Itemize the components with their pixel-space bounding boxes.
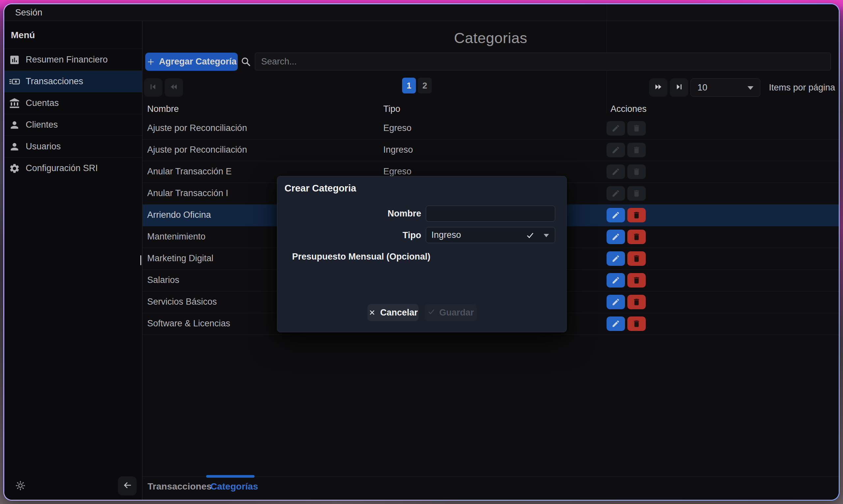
row-nombre: Salarios: [147, 275, 179, 285]
cancel-button[interactable]: Cancelar: [367, 304, 418, 321]
trash-icon: [632, 233, 641, 241]
sidebar-header: Menú: [4, 21, 142, 49]
sidebar-item-cuentas[interactable]: Cuentas: [4, 92, 142, 114]
row-nombre: Ajuste por Reconciliación: [147, 145, 247, 155]
edit-button[interactable]: [606, 164, 625, 179]
caret-down-icon[interactable]: [544, 234, 549, 237]
sidebar-collapse-button[interactable]: [118, 476, 137, 496]
row-nombre: Ajuste por Reconciliación: [147, 123, 247, 133]
table-row[interactable]: Ajuste por Reconciliación Ingreso: [142, 140, 839, 161]
edit-button[interactable]: [606, 143, 625, 157]
row-actions: [606, 186, 646, 201]
page-button-1[interactable]: 1: [402, 78, 416, 93]
row-nombre: Arriendo Oficina: [147, 210, 211, 220]
edit-button[interactable]: [606, 208, 625, 222]
add-category-label: Agregar Categoría: [159, 57, 237, 67]
edit-button[interactable]: [606, 317, 625, 331]
sidebar-item-label: Cuentas: [26, 98, 59, 108]
last-page-button[interactable]: [670, 78, 688, 97]
sidebar-item-resumen-financiero[interactable]: Resumen Financiero: [4, 49, 142, 70]
row-actions: [606, 143, 646, 157]
edit-button[interactable]: [606, 186, 625, 201]
search-input[interactable]: [255, 53, 831, 70]
edit-button[interactable]: [606, 121, 625, 136]
nombre-label: Nombre: [283, 209, 421, 219]
x-icon: [368, 309, 376, 317]
page-button-2[interactable]: 2: [418, 78, 432, 93]
table-row[interactable]: Ajuste por Reconciliación Egreso: [142, 118, 839, 140]
pager-left: [144, 78, 183, 97]
pencil-icon: [612, 233, 620, 241]
dialog-title: Crear Categoria: [285, 183, 356, 194]
row-actions: [606, 121, 646, 136]
check-icon: [427, 308, 435, 318]
delete-button[interactable]: [627, 273, 646, 288]
page-size-select[interactable]: 10: [690, 78, 760, 97]
row-actions: [606, 208, 646, 222]
sidebar-item-clientes[interactable]: Clientes: [4, 114, 142, 136]
delete-button[interactable]: [627, 186, 646, 201]
trash-icon: [632, 189, 641, 198]
pencil-icon: [612, 298, 620, 306]
last-page-icon: [675, 83, 683, 92]
create-category-dialog: Crear Categoria Nombre Tipo Ingreso Pres…: [277, 176, 567, 332]
fast-forward-icon: [654, 83, 663, 92]
pencil-icon: [612, 124, 620, 132]
pencil-icon: [612, 189, 620, 198]
add-category-button[interactable]: Agregar Categoría: [145, 53, 238, 71]
row-nombre: Anular Transacción E: [147, 166, 232, 177]
pencil-icon: [612, 276, 620, 285]
row-actions: [606, 317, 646, 331]
menubar: Sesión: [4, 4, 839, 21]
check-icon: [526, 231, 534, 239]
delete-button[interactable]: [627, 121, 646, 136]
edit-button[interactable]: [606, 230, 625, 244]
delete-button[interactable]: [627, 295, 646, 309]
prev-page-button[interactable]: [165, 78, 183, 97]
tab-transacciones[interactable]: Transacciones: [148, 481, 212, 492]
save-button[interactable]: Guardar: [425, 304, 477, 321]
pencil-icon: [612, 146, 620, 154]
delete-button[interactable]: [627, 143, 646, 157]
row-actions: [606, 230, 646, 244]
page-numbers: 1 2: [402, 78, 432, 93]
delete-button[interactable]: [627, 317, 646, 331]
column-header-nombre: Nombre: [147, 104, 179, 114]
sidebar-item-configuracion-sri[interactable]: Configuración SRI: [4, 157, 142, 179]
first-page-button[interactable]: [144, 78, 162, 97]
tipo-select[interactable]: Ingreso: [426, 227, 555, 243]
nombre-field[interactable]: [426, 205, 555, 222]
sidebar-item-label: Transacciones: [26, 76, 83, 87]
row-actions: [606, 164, 646, 179]
sun-icon[interactable]: [16, 481, 25, 490]
edit-button[interactable]: [606, 295, 625, 309]
delete-button[interactable]: [627, 208, 646, 222]
delete-button[interactable]: [627, 164, 646, 179]
page-size-value: 10: [698, 83, 707, 93]
items-per-page-label: Items por página: [769, 83, 835, 93]
person-icon: [9, 120, 20, 131]
edit-button[interactable]: [606, 273, 625, 288]
edit-button[interactable]: [606, 251, 625, 266]
row-actions: [606, 295, 646, 309]
delete-button[interactable]: [627, 230, 646, 244]
menubar-item-session[interactable]: Sesión: [11, 6, 47, 19]
arrow-left-icon: [122, 480, 133, 492]
tab-categorias[interactable]: Categorías: [210, 481, 258, 492]
sidebar-item-usuarios[interactable]: Usuarios: [4, 136, 142, 157]
sidebar-item-label: Usuarios: [26, 142, 61, 152]
sidebar-item-label: Configuración SRI: [26, 163, 98, 173]
sidebar-item-label: Resumen Financiero: [26, 55, 108, 65]
sidebar-item-transacciones[interactable]: Transacciones: [4, 70, 142, 92]
bar-chart-icon: [9, 54, 20, 66]
pencil-icon: [612, 254, 620, 263]
column-header-acciones: Acciones: [610, 104, 647, 114]
caret-down-icon: [747, 86, 753, 90]
row-actions: [606, 273, 646, 288]
screen: Sesión Menú Resumen Financiero: [0, 0, 843, 504]
row-nombre: Anular Transacción I: [147, 188, 228, 198]
delete-button[interactable]: [627, 251, 646, 266]
next-page-button[interactable]: [649, 78, 668, 97]
table-header: Nombre Tipo Acciones: [142, 101, 839, 118]
row-nombre: Mantenimiento: [147, 232, 205, 242]
